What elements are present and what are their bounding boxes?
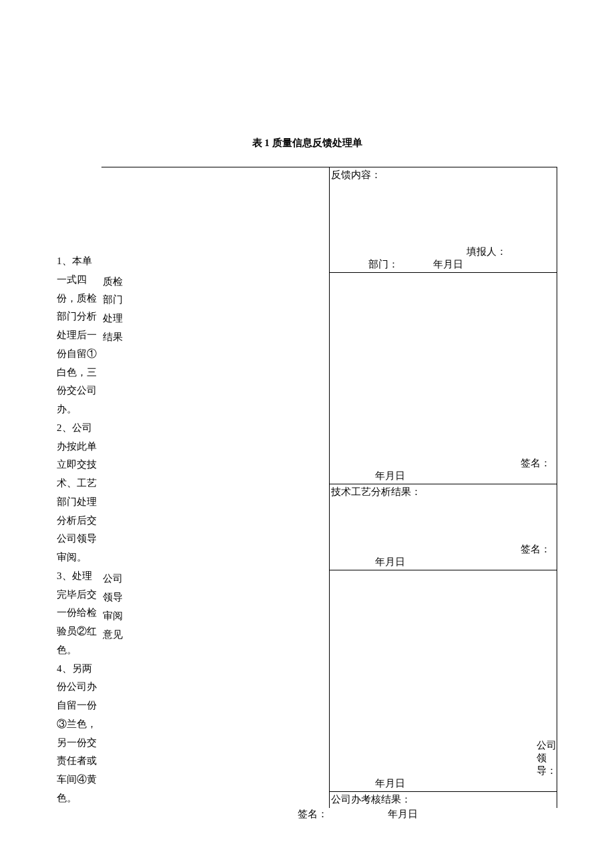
row4-date: 年月日 <box>375 777 405 790</box>
qc-result-label: 质检部门处理结果 <box>103 273 123 347</box>
footer-date: 年月日 <box>388 808 418 821</box>
office-assessment-cell: 公司办考核结果： <box>329 791 557 807</box>
row2-sign-label: 签名： <box>521 457 551 470</box>
dept-label: 部门： <box>368 258 398 271</box>
feedback-content-label: 反馈内容： <box>331 169 381 181</box>
row1-date: 年月日 <box>433 258 463 271</box>
footer-line: 签名： 年月日 <box>57 808 557 821</box>
feedback-form-table: 反馈内容： 填报人： 部门： 年月日 质检部门处理结果 签名： 年月日 <box>101 167 557 808</box>
form-container: 1、本单一式四份，质检部门分析处理后一份自留①白色，三份交公司办。 2、公司办按… <box>57 167 557 808</box>
company-leader-label: 公司领导： <box>537 739 557 777</box>
footer-sign-label: 签名： <box>298 808 328 821</box>
tech-analysis-label: 技术工艺分析结果： <box>331 486 421 498</box>
qc-result-cell: 签名： 年月日 <box>329 273 557 484</box>
leader-review-label: 公司领导审阅意见 <box>103 570 123 644</box>
office-assessment-label: 公司办考核结果： <box>331 793 411 806</box>
tech-analysis-cell: 技术工艺分析结果： 签名： 年月日 <box>329 484 557 570</box>
feedback-content-cell: 反馈内容： 填报人： 部门： 年月日 <box>329 167 557 273</box>
side-instructions: 1、本单一式四份，质检部门分析处理后一份自留①白色，三份交公司办。 2、公司办按… <box>57 167 101 808</box>
row3-sign-label: 签名： <box>521 543 551 556</box>
leader-review-cell: 公司领导： 年月日 <box>329 570 557 791</box>
row2-date: 年月日 <box>375 470 405 482</box>
page-title: 表 1 质量信息反馈处理单 <box>0 137 614 149</box>
row3-date: 年月日 <box>375 556 405 568</box>
filler-label: 填报人： <box>467 246 507 258</box>
